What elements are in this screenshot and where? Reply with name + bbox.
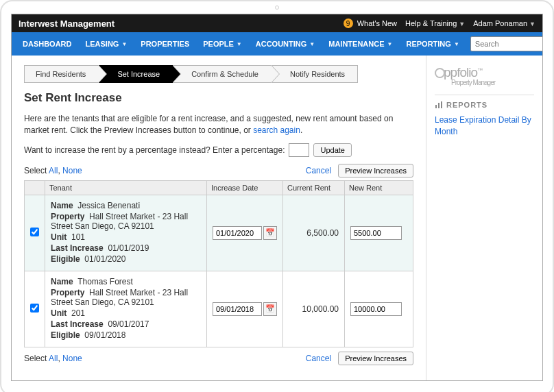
nav-dashboard[interactable]: DASHBOARD [16, 32, 79, 56]
logo-circle-icon [435, 68, 445, 78]
col-current-rent: Current Rent [283, 180, 345, 195]
table-row: Name Jessica Benenati Property Hall Stre… [25, 195, 413, 271]
select-none-link[interactable]: None [62, 166, 82, 175]
nav-leasing[interactable]: LEASING▼ [79, 32, 134, 56]
nav-accounting[interactable]: ACCOUNTING▼ [249, 32, 322, 56]
crumb-confirm-schedule[interactable]: Confirm & Schedule [173, 65, 272, 83]
search-input[interactable] [470, 36, 543, 51]
preview-increases-button-bottom[interactable]: Preview Increases [338, 352, 413, 365]
preview-increases-button-top[interactable]: Preview Increases [338, 164, 413, 177]
page-description: Here are the tenants that are eligible f… [24, 113, 413, 136]
notification-badge: 9 [344, 19, 353, 28]
help-training-menu[interactable]: Help & Training▼ [405, 19, 465, 27]
tenants-table: Tenant Increase Date Current Rent New Re… [24, 180, 413, 347]
col-increase-date: Increase Date [207, 180, 283, 195]
tenant-checkbox[interactable] [30, 304, 39, 313]
nav-people[interactable]: PEOPLE▼ [196, 32, 249, 56]
cancel-link-top[interactable]: Cancel [306, 166, 331, 175]
crumb-find-residents[interactable]: Find Residents [24, 65, 99, 83]
current-rent-value: 6,500.00 [283, 195, 345, 271]
select-all-link[interactable]: All [49, 166, 58, 175]
crumb-notify-residents[interactable]: Notify Residents [272, 65, 358, 83]
update-button[interactable]: Update [313, 143, 351, 157]
calendar-button[interactable]: 📅 [263, 226, 277, 240]
nav-reporting[interactable]: REPORTING▼ [399, 32, 466, 56]
percent-label: Want to increase the rent by a percentag… [24, 145, 285, 155]
svg-rect-2 [435, 105, 437, 108]
user-menu[interactable]: Adam Ponaman▼ [473, 19, 535, 27]
whats-new-link[interactable]: 9 What's New [344, 19, 397, 28]
increase-date-input[interactable] [213, 302, 262, 316]
tenant-checkbox[interactable] [30, 228, 39, 236]
page-title: Set Rent Increase [24, 91, 413, 105]
calendar-icon: 📅 [265, 304, 275, 313]
select-all-link-bottom[interactable]: All [49, 354, 58, 363]
calendar-icon: 📅 [265, 228, 275, 236]
new-rent-input[interactable] [350, 302, 402, 316]
calendar-button[interactable]: 📅 [263, 302, 277, 316]
company-name: Interwest Management [19, 19, 344, 29]
report-link-lease-expiration[interactable]: Lease Expiration Detail By Month [435, 114, 534, 138]
nav-maintenance[interactable]: MAINTENANCE▼ [322, 32, 399, 56]
svg-rect-3 [438, 103, 439, 108]
breadcrumb: Find Residents Set Increase Confirm & Sc… [24, 65, 413, 83]
col-checkbox [25, 180, 45, 195]
svg-rect-4 [441, 101, 442, 108]
crumb-set-increase[interactable]: Set Increase [99, 65, 173, 83]
nav-properties[interactable]: PROPERTIES [134, 32, 196, 56]
cancel-link-bottom[interactable]: Cancel [306, 354, 331, 363]
increase-date-input[interactable] [213, 226, 262, 240]
col-tenant: Tenant [45, 180, 207, 195]
appfolio-logo: ppfolio™ Property Manager [435, 65, 534, 86]
bar-chart-icon [435, 101, 443, 109]
search-again-link[interactable]: search again [253, 125, 300, 135]
select-none-link-bottom[interactable]: None [62, 354, 82, 363]
current-rent-value: 10,000.00 [283, 271, 345, 347]
percent-input[interactable] [289, 143, 309, 157]
new-rent-input[interactable] [350, 226, 402, 240]
col-new-rent: New Rent [345, 180, 413, 195]
reports-heading: REPORTS [435, 101, 534, 109]
table-row: Name Thomas Forest Property Hall Street … [25, 271, 413, 347]
